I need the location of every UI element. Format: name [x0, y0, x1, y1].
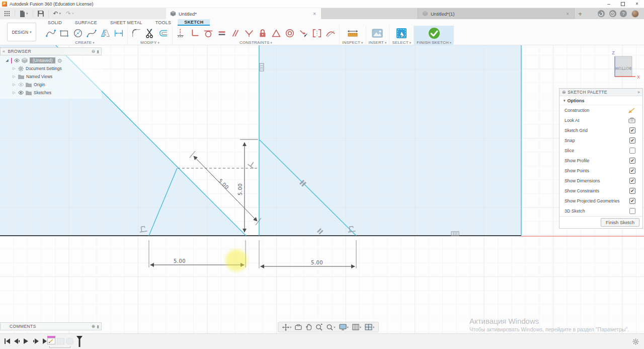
close-tab-icon[interactable]: ×	[565, 11, 570, 17]
spline-tool-button[interactable]	[86, 27, 98, 39]
show-profile-checkbox[interactable]	[629, 158, 635, 164]
app-menu-button[interactable]	[2, 9, 12, 18]
select-tool-button[interactable]	[394, 26, 409, 40]
pan-button[interactable]	[304, 323, 313, 331]
offset-tool-button[interactable]	[157, 27, 170, 39]
zoom-window-button[interactable]: ▾	[325, 323, 336, 331]
panel-grip[interactable]: ▮	[97, 49, 99, 54]
rectangle-tool-button[interactable]	[58, 27, 70, 39]
job-status-icon[interactable]	[609, 10, 616, 17]
point-on-curve-constraint-button[interactable]	[297, 27, 309, 39]
play-button[interactable]	[24, 338, 29, 344]
document-tab-active[interactable]: Untitled* ×	[166, 8, 321, 19]
insert-image-button[interactable]	[370, 26, 385, 40]
comments-header[interactable]: COMMENTS ⊕ ▮	[0, 322, 102, 330]
maximize-button[interactable]	[616, 0, 630, 8]
timeline-feature-ghost[interactable]	[66, 338, 73, 344]
dock-panel-icon[interactable]: »	[637, 90, 640, 95]
concentric-constraint-button[interactable]	[284, 27, 296, 39]
measure-tool-button[interactable]	[345, 26, 360, 40]
visibility-eye-icon[interactable]	[14, 58, 20, 62]
display-settings-button[interactable]: ▾	[338, 323, 350, 331]
timeline-feature-ghost[interactable]	[57, 338, 64, 344]
timeline-gear-icon[interactable]	[632, 338, 639, 347]
workspace-selector[interactable]: DESIGN ▾	[7, 23, 36, 41]
redo-button[interactable]: ↷ ▾	[64, 9, 76, 18]
viewports-button[interactable]: ▾	[364, 323, 375, 331]
grid-settings-button[interactable]: ▾	[351, 323, 362, 331]
orbit-button[interactable]: ▾	[281, 323, 292, 331]
tab-sheet-metal[interactable]: SHEET METAL	[104, 19, 149, 26]
panel-menu-icon[interactable]: ⊖	[92, 49, 96, 54]
modify-group-label[interactable]: MODIFY ▾	[140, 40, 159, 45]
browser-item-named-views[interactable]: ▷ Named Views	[0, 73, 102, 81]
browser-header[interactable]: « BROWSER ⊖ ▮	[0, 47, 102, 55]
browser-item-document-settings[interactable]: ▷ Document Settings	[0, 64, 102, 73]
create-group-label[interactable]: CREATE ▾	[75, 40, 95, 45]
browser-root-row[interactable]: ◢ (Unsaved) ⊙	[0, 56, 102, 64]
extensions-icon[interactable]	[598, 10, 605, 17]
tree-expand-icon[interactable]: ◢	[5, 58, 9, 62]
mirror-tool-button[interactable]	[99, 27, 111, 39]
close-tab-icon[interactable]: ×	[312, 11, 317, 17]
tree-expand-icon[interactable]: ▷	[12, 75, 16, 79]
collapse-panel-icon[interactable]: «	[3, 49, 5, 54]
midpoint-constraint-button[interactable]	[270, 27, 282, 39]
show-projected-geometries-checkbox[interactable]	[629, 198, 635, 204]
finish-sketch-button[interactable]	[427, 26, 442, 40]
options-section-header[interactable]: ▾ Options	[559, 96, 642, 105]
look-at-button[interactable]	[294, 324, 303, 331]
sketch-dimension-button[interactable]	[113, 27, 125, 39]
close-button[interactable]: ×	[630, 0, 644, 8]
skip-to-start-button[interactable]	[5, 338, 10, 344]
constraints-group-label[interactable]: CONSTRAINTS ▾	[239, 40, 272, 45]
horizontal-vertical-constraint-button[interactable]	[189, 27, 201, 39]
step-forward-button[interactable]	[33, 338, 39, 344]
finish-sketch-palette-button[interactable]: Finish Sketch	[601, 218, 639, 227]
line-tool-button[interactable]	[45, 27, 57, 39]
fix-constraint-button[interactable]	[257, 27, 269, 39]
tree-expand-icon[interactable]: ▷	[12, 66, 16, 71]
timeline-sketch-feature[interactable]	[47, 336, 55, 344]
timeline-position-marker[interactable]	[76, 336, 83, 347]
look-at-icon[interactable]	[628, 117, 635, 123]
show-points-checkbox[interactable]	[629, 168, 635, 174]
minimize-button[interactable]: –	[602, 0, 616, 8]
3d-sketch-checkbox[interactable]	[629, 208, 635, 214]
panel-grip[interactable]: ▮	[97, 324, 99, 329]
finish-sketch-label[interactable]: FINISH SKETCH ▾	[417, 40, 451, 45]
tab-sketch[interactable]: SKETCH	[178, 19, 210, 26]
browser-item-origin[interactable]: ▷ Origin	[0, 81, 102, 89]
tab-surface[interactable]: SURFACE	[68, 19, 104, 26]
tree-expand-icon[interactable]: ▷	[12, 91, 16, 95]
tab-tools[interactable]: TOOLS	[149, 19, 178, 26]
show-constraints-checkbox[interactable]	[629, 188, 635, 194]
symmetry-constraint-button[interactable]	[311, 27, 323, 39]
save-button[interactable]	[36, 9, 46, 18]
circle-tool-button[interactable]	[72, 27, 84, 39]
visibility-eye-icon[interactable]	[18, 91, 24, 95]
document-tab-inactive[interactable]: Untitled*(1) ×	[418, 8, 575, 19]
fillet-tool-button[interactable]	[130, 27, 142, 39]
snap-checkbox[interactable]	[629, 137, 635, 144]
trim-tool-button[interactable]	[144, 27, 156, 39]
sketch-grid-checkbox[interactable]	[629, 127, 635, 133]
select-group-label[interactable]: SELECT ▾	[392, 40, 411, 45]
construction-icon[interactable]	[628, 107, 635, 113]
undo-button[interactable]: ↶ ▾	[51, 9, 63, 18]
dimension-bottom-left-value[interactable]: 5.00	[174, 258, 186, 264]
file-menu-button[interactable]: ▾	[18, 9, 30, 18]
zoom-button[interactable]	[314, 323, 324, 331]
tab-solid[interactable]: SOLID	[41, 19, 68, 26]
add-comment-icon[interactable]: ⊕	[92, 324, 96, 329]
step-back-button[interactable]	[14, 338, 20, 344]
panel-menu-icon[interactable]: ⊖	[562, 90, 566, 95]
equal-constraint-button[interactable]	[216, 27, 228, 39]
browser-item-sketches[interactable]: ▷ Sketches	[0, 89, 102, 97]
visibility-eye-icon-dim[interactable]	[18, 83, 24, 87]
dimension-bottom-right-value[interactable]: 5.00	[311, 260, 323, 265]
user-avatar[interactable]	[631, 10, 639, 18]
perpendicular-constraint-button[interactable]	[243, 27, 255, 39]
sketch-palette-header[interactable]: ⊖ SKETCH PALETTE »	[559, 89, 642, 96]
coincident-constraint-button[interactable]	[175, 27, 187, 39]
